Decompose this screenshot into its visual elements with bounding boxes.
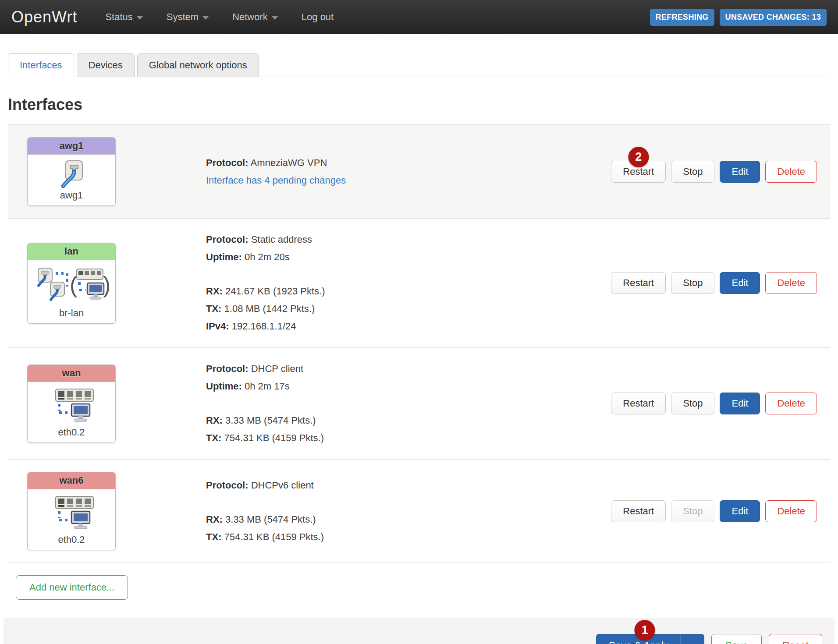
save-button[interactable]: Save bbox=[711, 634, 761, 644]
rx-label: RX: bbox=[206, 514, 223, 525]
uptime-value: 0h 2m 17s bbox=[245, 381, 290, 392]
edit-button-wan6[interactable]: Edit bbox=[720, 500, 760, 522]
tab-global-network-options[interactable]: Global network options bbox=[137, 53, 259, 77]
interface-row-awg1: awg1 awg1 Protocol: AmneziaWG VPN Interf… bbox=[8, 125, 830, 219]
interface-device-lan: br-lan bbox=[29, 308, 114, 319]
protocol-label: Protocol: bbox=[206, 363, 249, 374]
protocol-value: AmneziaWG VPN bbox=[250, 157, 327, 168]
interface-device-wan6: eth0.2 bbox=[29, 534, 114, 545]
protocol-line: Protocol: DHCPv6 client bbox=[206, 477, 611, 494]
edit-button-awg1[interactable]: Edit bbox=[720, 161, 760, 183]
stop-button-lan[interactable]: Stop bbox=[671, 272, 714, 294]
protocol-label: Protocol: bbox=[206, 234, 249, 245]
interface-name-wan6: wan6 bbox=[28, 472, 115, 489]
switch-icon bbox=[47, 387, 96, 425]
rx-value: 241.67 KB (1923 Pkts.) bbox=[225, 286, 325, 297]
protocol-label: Protocol: bbox=[206, 157, 249, 168]
restart-button-wan6[interactable]: Restart bbox=[611, 500, 666, 522]
tx-value: 1.08 MB (1442 Pkts.) bbox=[224, 303, 315, 314]
nav-logout-label: Log out bbox=[302, 11, 334, 23]
interface-card-wan: wan bbox=[27, 364, 116, 443]
ipv4-value: 192.168.1.1/24 bbox=[232, 321, 296, 332]
tx-value: 754.31 KB (4159 Pkts.) bbox=[224, 531, 324, 542]
protocol-label: Protocol: bbox=[206, 480, 249, 491]
delete-button-wan6[interactable]: Delete bbox=[765, 500, 817, 522]
nav-menu-system[interactable]: System bbox=[167, 11, 209, 23]
pending-changes-link[interactable]: Interface has 4 pending changes bbox=[206, 175, 346, 186]
interface-name-wan: wan bbox=[28, 365, 115, 382]
nav-menu-status-label: Status bbox=[105, 11, 132, 23]
tx-line: TX: 754.31 KB (4159 Pkts.) bbox=[206, 528, 611, 546]
protocol-line: Protocol: DHCP client bbox=[206, 360, 611, 378]
unsaved-changes-indicator[interactable]: UNSAVED CHANGES: 13 bbox=[720, 9, 827, 26]
restart-button-lan[interactable]: Restart bbox=[611, 272, 666, 294]
tx-value: 754.31 KB (4159 Pkts.) bbox=[224, 432, 324, 443]
rx-value: 3.33 MB (5474 Pkts.) bbox=[225, 415, 316, 426]
tx-line: TX: 754.31 KB (4159 Pkts.) bbox=[206, 429, 611, 447]
protocol-line: Protocol: AmneziaWG VPN bbox=[206, 154, 611, 172]
chevron-down-icon bbox=[137, 16, 143, 20]
tx-label: TX: bbox=[206, 303, 221, 314]
tx-label: TX: bbox=[206, 432, 221, 443]
refreshing-indicator[interactable]: REFRESHING bbox=[650, 9, 714, 26]
uptime-label: Uptime: bbox=[206, 251, 242, 262]
nav-logout[interactable]: Log out bbox=[302, 11, 334, 23]
protocol-value: Static address bbox=[251, 234, 312, 245]
svg-text:): ) bbox=[103, 272, 110, 297]
stop-button-awg1[interactable]: Stop bbox=[671, 161, 714, 183]
chevron-down-icon bbox=[202, 16, 209, 20]
ipv4-line: IPv4: 192.168.1.1/24 bbox=[206, 318, 611, 335]
interface-device-wan: eth0.2 bbox=[29, 427, 114, 438]
interface-row-lan: lan bbox=[8, 219, 830, 348]
save-apply-dropdown-button[interactable] bbox=[681, 634, 704, 644]
rx-label: RX: bbox=[206, 286, 223, 297]
interface-name-lan: lan bbox=[28, 243, 115, 260]
rx-line: RX: 241.67 KB (1923 Pkts.) bbox=[206, 283, 611, 300]
edit-button-wan[interactable]: Edit bbox=[720, 393, 760, 414]
computer-icon bbox=[71, 404, 90, 421]
delete-button-awg1[interactable]: Delete bbox=[765, 161, 817, 183]
footer-action-bar: 1 Save & Apply Save Reset bbox=[4, 618, 834, 644]
tab-interfaces[interactable]: Interfaces bbox=[8, 53, 74, 77]
tab-devices[interactable]: Devices bbox=[77, 53, 135, 77]
nav-menu-network-label: Network bbox=[232, 11, 268, 23]
bridge-icon: ( bbox=[33, 265, 110, 306]
stop-button-wan[interactable]: Stop bbox=[671, 393, 714, 414]
tutorial-step-badge-1: 1 bbox=[635, 620, 655, 640]
interface-name-awg1: awg1 bbox=[28, 138, 115, 155]
protocol-value: DHCPv6 client bbox=[251, 480, 314, 491]
uptime-line: Uptime: 0h 2m 20s bbox=[206, 248, 611, 266]
interfaces-table: awg1 awg1 Protocol: AmneziaWG VPN Interf… bbox=[8, 124, 830, 563]
interface-card-awg1: awg1 awg1 bbox=[27, 137, 116, 206]
tx-label: TX: bbox=[206, 531, 221, 542]
edit-button-lan[interactable]: Edit bbox=[720, 272, 760, 294]
interface-card-wan6: wan6 bbox=[27, 472, 116, 550]
tutorial-step-badge-2: 2 bbox=[628, 147, 649, 167]
protocol-line: Protocol: Static address bbox=[206, 231, 611, 248]
computer-icon bbox=[71, 511, 90, 529]
interface-card-lan: lan bbox=[27, 243, 116, 324]
nav-menu-system-label: System bbox=[167, 11, 199, 23]
computer-icon bbox=[87, 283, 104, 299]
switch-icon bbox=[47, 495, 96, 532]
uptime-label: Uptime: bbox=[206, 381, 242, 392]
uptime-value: 0h 2m 20s bbox=[245, 251, 290, 262]
add-new-interface-button[interactable]: Add new interface... bbox=[16, 575, 128, 600]
nav-menu-status[interactable]: Status bbox=[105, 11, 142, 23]
ipv4-label: IPv4: bbox=[206, 321, 229, 332]
tx-line: TX: 1.08 MB (1442 Pkts.) bbox=[206, 300, 611, 318]
tunnel-icon bbox=[59, 160, 84, 188]
reset-button[interactable]: Reset bbox=[769, 634, 822, 644]
rx-label: RX: bbox=[206, 415, 223, 426]
restart-button-wan[interactable]: Restart bbox=[611, 393, 666, 414]
openwrt-logo: OpenWrt bbox=[11, 8, 77, 26]
interface-row-wan6: wan6 bbox=[8, 460, 830, 563]
save-apply-split-button: 1 Save & Apply bbox=[596, 634, 705, 644]
delete-button-wan[interactable]: Delete bbox=[765, 393, 817, 414]
rx-line: RX: 3.33 MB (5474 Pkts.) bbox=[206, 412, 611, 429]
nav-menu-network[interactable]: Network bbox=[232, 11, 278, 23]
chevron-down-icon bbox=[272, 16, 278, 20]
delete-button-lan[interactable]: Delete bbox=[765, 272, 817, 294]
interface-device-awg1: awg1 bbox=[29, 190, 114, 201]
network-tabs: Interfaces Devices Global network option… bbox=[8, 53, 830, 77]
